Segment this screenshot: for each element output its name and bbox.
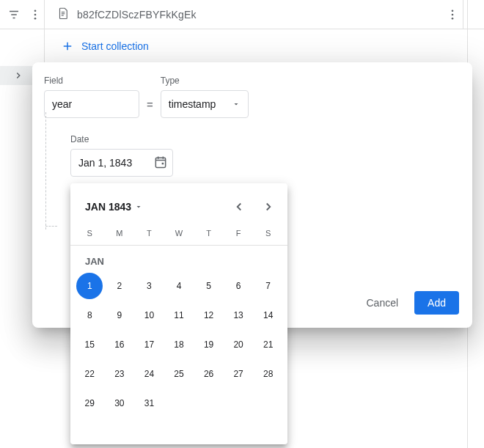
datepicker-popover: JAN 1843 S M T W T F S JAN 1234567891011… — [70, 183, 287, 444]
chevron-left-icon — [232, 200, 246, 213]
date-input[interactable]: Jan 1, 1843 — [70, 149, 173, 177]
indent-guide-h — [45, 226, 57, 227]
calendar-day[interactable]: 5 — [196, 273, 222, 299]
calendar-day[interactable]: 12 — [196, 302, 222, 328]
day-of-week-header: S M T W T F S — [70, 220, 287, 246]
svg-rect-18 — [162, 162, 164, 164]
calendar-day[interactable]: 15 — [76, 331, 103, 358]
type-label: Type — [161, 76, 249, 86]
month-year-selector[interactable]: JAN 1843 — [85, 201, 143, 213]
calendar-day[interactable]: 17 — [136, 331, 162, 358]
more-vert-icon[interactable] — [26, 4, 44, 25]
calendar-day[interactable]: 23 — [106, 361, 133, 387]
dow-cell: T — [134, 229, 164, 238]
start-collection-button[interactable]: Start collection — [44, 29, 468, 62]
dow-cell: W — [164, 229, 194, 238]
dropdown-arrow-icon — [232, 100, 241, 109]
calendar-day[interactable]: 24 — [136, 361, 162, 387]
field-label: Field — [44, 76, 139, 86]
calendar-day[interactable]: 9 — [106, 302, 133, 328]
field-name-input[interactable] — [44, 90, 139, 118]
calendar-icon[interactable] — [153, 155, 168, 172]
dow-cell: F — [224, 229, 254, 238]
month-year-label: JAN 1843 — [85, 201, 131, 213]
equals-sign: = — [147, 98, 153, 118]
svg-point-11 — [452, 17, 454, 19]
calendar-day[interactable]: 4 — [166, 273, 192, 299]
calendar-day[interactable]: 8 — [76, 302, 103, 328]
dow-cell: S — [75, 229, 105, 238]
type-select[interactable]: timestamp — [161, 90, 249, 118]
calendar-day[interactable]: 27 — [225, 361, 252, 387]
cancel-button[interactable]: Cancel — [357, 291, 407, 315]
calendar-day[interactable]: 6 — [225, 273, 252, 299]
chevron-right-icon — [262, 200, 275, 213]
calendar-day[interactable]: 20 — [225, 331, 252, 358]
calendar-day[interactable]: 28 — [255, 361, 282, 387]
calendar-day[interactable]: 22 — [76, 361, 103, 387]
calendar-grid: 1234567891011121314151617181920212223242… — [70, 271, 287, 430]
calendar-day[interactable]: 11 — [166, 302, 192, 328]
calendar-day[interactable]: 30 — [106, 390, 133, 416]
calendar-day[interactable]: 29 — [76, 390, 103, 416]
document-header: b82fCZDlSczFBYFkKgEk — [44, 0, 463, 29]
indent-guide — [45, 112, 46, 229]
more-vert-icon[interactable] — [442, 4, 463, 25]
calendar-day[interactable]: 1 — [76, 273, 103, 299]
date-label: Date — [70, 134, 461, 144]
svg-point-9 — [452, 10, 454, 12]
calendar-day[interactable]: 18 — [166, 331, 192, 358]
calendar-day[interactable]: 13 — [225, 302, 252, 328]
month-label: JAN — [70, 246, 287, 271]
document-icon — [56, 7, 70, 22]
next-month-button[interactable] — [255, 194, 282, 220]
calendar-day[interactable]: 25 — [166, 361, 192, 387]
date-value: Jan 1, 1843 — [78, 157, 132, 169]
calendar-day[interactable]: 31 — [136, 390, 162, 416]
dow-cell: S — [253, 229, 283, 238]
svg-point-10 — [452, 13, 454, 15]
svg-point-3 — [34, 10, 36, 12]
calendar-day[interactable]: 7 — [255, 273, 282, 299]
dow-cell: T — [194, 229, 224, 238]
add-button[interactable]: Add — [414, 291, 459, 315]
chevron-right-icon — [13, 70, 23, 81]
calendar-day[interactable]: 3 — [136, 273, 162, 299]
dow-cell: M — [105, 229, 135, 238]
start-collection-label: Start collection — [81, 40, 149, 52]
dropdown-arrow-icon — [134, 202, 143, 211]
calendar-day[interactable]: 21 — [255, 331, 282, 358]
filter-icon[interactable] — [4, 4, 23, 25]
calendar-day[interactable]: 19 — [196, 331, 222, 358]
svg-point-5 — [34, 17, 36, 19]
document-id: b82fCZDlSczFBYFkKgEk — [77, 9, 197, 21]
calendar-day[interactable]: 2 — [106, 273, 133, 299]
plus-icon — [61, 40, 74, 53]
type-value: timestamp — [169, 98, 216, 110]
calendar-day[interactable]: 14 — [255, 302, 282, 328]
prev-month-button[interactable] — [226, 194, 252, 220]
calendar-day[interactable]: 16 — [106, 331, 133, 358]
svg-rect-14 — [155, 158, 165, 167]
top-bar: b82fCZDlSczFBYFkKgEk — [0, 0, 484, 29]
calendar-day[interactable]: 26 — [196, 361, 222, 387]
svg-point-4 — [34, 13, 36, 15]
calendar-day[interactable]: 10 — [136, 302, 162, 328]
